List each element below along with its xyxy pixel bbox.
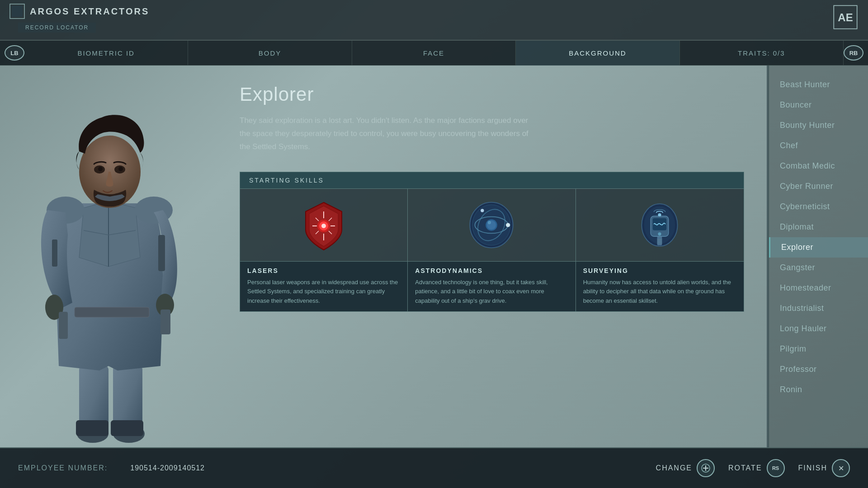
- bg-list-item-cyber-runner[interactable]: Cyber Runner: [769, 176, 868, 197]
- bg-list-item-beast-hunter[interactable]: Beast Hunter: [769, 75, 868, 95]
- bg-list-item-bounty-hunter[interactable]: Bounty Hunter: [769, 115, 868, 136]
- skills-section: STARTING SKILLS: [240, 172, 744, 312]
- svg-rect-15: [59, 312, 68, 339]
- skill-card-lasers: LASERS Personal laser weapons are in wid…: [240, 189, 408, 311]
- svg-point-52: [658, 232, 661, 235]
- skill-card-astro: ASTRODYNAMICS Advanced technology is one…: [408, 189, 576, 311]
- portrait-area: [0, 66, 217, 447]
- bg-list-item-homesteader[interactable]: Homesteader: [769, 278, 868, 298]
- tab-traits[interactable]: TRAITS: 0/3: [680, 41, 844, 66]
- info-panel: Explorer They said exploration is a lost…: [217, 66, 767, 447]
- skill-icon-lasers: [240, 189, 407, 261]
- rotate-button[interactable]: ROTATE RS: [728, 459, 785, 477]
- logo-emblem: [9, 3, 25, 19]
- skill-name-lasers: LASERS: [247, 267, 400, 274]
- svg-point-45: [488, 221, 491, 224]
- tab-face[interactable]: FACE: [352, 41, 516, 66]
- skill-desc-survey: Humanity now has access to untold alien …: [583, 278, 736, 306]
- skill-desc-lasers: Personal laser weapons are in widespread…: [247, 278, 400, 306]
- survey-skill-icon: [639, 198, 680, 252]
- rotate-icon: RS: [767, 459, 785, 477]
- nav-right-button[interactable]: RB: [844, 45, 863, 61]
- bg-list-item-explorer[interactable]: Explorer: [769, 237, 868, 258]
- laser-skill-icon: [301, 198, 346, 252]
- skill-info-lasers: LASERS Personal laser weapons are in wid…: [240, 261, 407, 311]
- employee-label: EMPLOYEE NUMBER:: [18, 464, 108, 472]
- skill-info-astro: ASTRODYNAMICS Advanced technology is one…: [408, 261, 575, 311]
- svg-rect-16: [160, 310, 170, 334]
- bottom-bar: EMPLOYEE NUMBER: 190514-2009140512 CHANG…: [0, 447, 868, 488]
- bg-list-item-combat-medic[interactable]: Combat Medic: [769, 156, 868, 176]
- bg-list-item-cyberneticist[interactable]: Cyberneticist: [769, 197, 868, 217]
- bg-list-item-pilgrim[interactable]: Pilgrim: [769, 339, 868, 359]
- employee-number: 190514-2009140512: [130, 464, 205, 472]
- change-icon: [697, 459, 715, 477]
- bg-list-item-gangster[interactable]: Gangster: [769, 258, 868, 278]
- tab-background[interactable]: BACKGROUND: [516, 41, 679, 66]
- svg-point-51: [658, 213, 661, 216]
- skill-name-survey: SURVEYING: [583, 267, 736, 274]
- skills-header: STARTING SKILLS: [240, 172, 744, 189]
- skill-card-survey: SURVEYING Humanity now has access to unt…: [576, 189, 744, 311]
- character-figure: [0, 66, 217, 447]
- rotate-label: ROTATE: [728, 464, 762, 472]
- svg-point-23: [118, 167, 123, 171]
- svg-point-22: [98, 167, 103, 171]
- change-label: CHANGE: [656, 464, 692, 472]
- bg-list-item-long-hauler[interactable]: Long Hauler: [769, 319, 868, 339]
- character-svg: [23, 77, 194, 447]
- svg-point-36: [321, 224, 326, 228]
- svg-text:AE: AE: [838, 11, 853, 23]
- nav-left-button[interactable]: LB: [5, 45, 24, 61]
- company-name: ARGOS EXTRACTORS: [30, 6, 149, 17]
- svg-rect-8: [76, 420, 108, 436]
- svg-rect-9: [111, 420, 143, 436]
- bg-list-item-professor[interactable]: Professor: [769, 359, 868, 380]
- astro-skill-icon: [467, 198, 516, 252]
- svg-rect-1: [12, 6, 23, 17]
- bg-list-item-bouncer[interactable]: Bouncer: [769, 95, 868, 115]
- background-list[interactable]: Beast HunterBouncerBounty HunterChefComb…: [769, 66, 868, 447]
- main-content: Explorer They said exploration is a lost…: [0, 66, 868, 447]
- tab-body[interactable]: BODY: [188, 41, 352, 66]
- finish-icon: ✕: [832, 459, 850, 477]
- background-title: Explorer: [240, 84, 744, 105]
- bottom-actions: CHANGE ROTATE RS FINISH ✕: [656, 459, 850, 477]
- finish-button[interactable]: FINISH ✕: [798, 459, 850, 477]
- svg-rect-48: [657, 236, 662, 245]
- bg-list-item-industrialist[interactable]: Industrialist: [769, 298, 868, 319]
- bg-list-item-chef[interactable]: Chef: [769, 136, 868, 156]
- nav-tabs: LB BIOMETRIC ID BODY FACE BACKGROUND TRA…: [0, 41, 868, 66]
- svg-rect-25: [52, 239, 57, 267]
- finish-label: FINISH: [798, 464, 827, 472]
- background-description: They said exploration is a lost art. You…: [240, 114, 529, 154]
- ae-logo: AE: [832, 4, 859, 31]
- skill-desc-astro: Advanced technology is one thing, but it…: [415, 278, 568, 306]
- svg-rect-17: [75, 307, 149, 317]
- skill-name-astro: ASTRODYNAMICS: [415, 267, 568, 274]
- tab-biometric[interactable]: BIOMETRIC ID: [24, 41, 188, 66]
- record-locator: RECORD LOCATOR: [18, 23, 96, 33]
- header-bar: ARGOS EXTRACTORS RECORD LOCATOR AE: [0, 0, 868, 41]
- header-top: ARGOS EXTRACTORS: [0, 0, 868, 23]
- bg-list-item-ronin[interactable]: Ronin: [769, 380, 868, 400]
- svg-point-43: [506, 223, 510, 227]
- skills-grid: LASERS Personal laser weapons are in wid…: [240, 189, 744, 311]
- svg-point-44: [481, 209, 484, 212]
- svg-rect-50: [653, 218, 667, 230]
- bg-list-item-diplomat[interactable]: Diplomat: [769, 217, 868, 237]
- skill-icon-astro: [408, 189, 575, 261]
- change-button[interactable]: CHANGE: [656, 459, 715, 477]
- company-logo: ARGOS EXTRACTORS: [9, 3, 149, 19]
- skill-icon-survey: [576, 189, 744, 261]
- skill-info-survey: SURVEYING Humanity now has access to unt…: [576, 261, 744, 311]
- svg-rect-24: [158, 235, 165, 271]
